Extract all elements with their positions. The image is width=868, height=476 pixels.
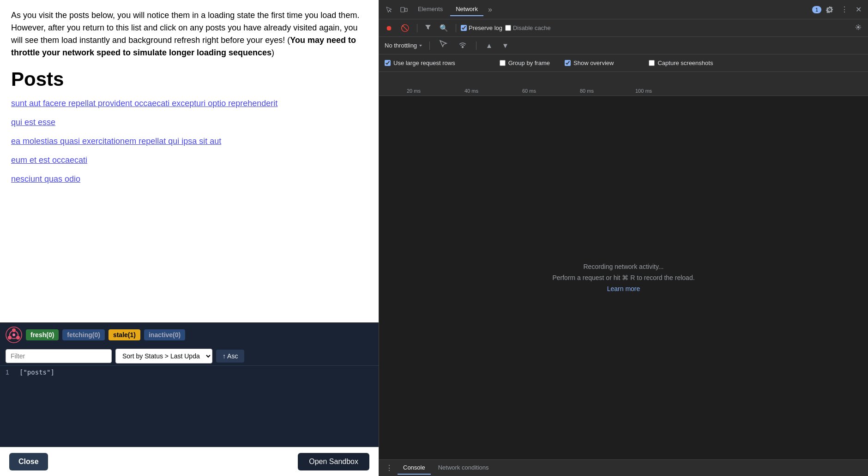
- separator-4: [476, 42, 476, 50]
- network-settings-icon[interactable]: [852, 22, 864, 34]
- use-large-rows-label[interactable]: Use large request rows: [385, 60, 455, 66]
- svg-point-8: [462, 47, 464, 48]
- tab-network-conditions[interactable]: Network conditions: [433, 461, 494, 475]
- redux-controls: Sort by Status > Last Upda ↑ Asc: [0, 347, 379, 365]
- timeline-100ms: 100 ms: [635, 88, 652, 94]
- asc-button[interactable]: ↑ Asc: [216, 350, 244, 363]
- more-options-icon[interactable]: ⋮: [838, 3, 851, 16]
- badge-stale[interactable]: stale(1): [108, 329, 140, 340]
- open-sandbox-button[interactable]: Open Sandbox: [298, 453, 369, 470]
- sort-select[interactable]: Sort by Status > Last Upda: [115, 349, 212, 363]
- notification-badge[interactable]: 1: [812, 6, 821, 13]
- posts-heading: Posts: [11, 68, 368, 90]
- timeline-20ms: 20 ms: [407, 88, 421, 94]
- close-devtools-icon[interactable]: ✕: [853, 3, 864, 16]
- upload-icon[interactable]: ▲: [483, 40, 495, 51]
- post-link-5[interactable]: nesciunt quas odio: [11, 174, 368, 184]
- content-area: As you visit the posts below, you will n…: [0, 0, 379, 322]
- filter-icon[interactable]: [422, 22, 434, 34]
- query-row: 1 ["posts"]: [0, 365, 379, 379]
- use-large-rows-checkbox[interactable]: [385, 60, 391, 66]
- tab-elements[interactable]: Elements: [412, 3, 448, 16]
- devtools-toolbar3: Use large request rows Group by frame Sh…: [379, 54, 868, 72]
- devtools-topbar: Elements Network » 1 ⋮ ✕: [379, 0, 868, 19]
- devtools-toolbar2: No throttling ▲ ▼: [379, 37, 868, 54]
- badge-fetching[interactable]: fetching(0): [62, 329, 105, 340]
- bold-warning: You may need to throttle your network sp…: [11, 36, 356, 57]
- post-link-4[interactable]: eum et est occaecati: [11, 155, 368, 165]
- redux-logo: [6, 327, 22, 343]
- network-content: Recording network activity... Perform a …: [379, 96, 868, 459]
- tab-network[interactable]: Network: [450, 3, 483, 16]
- devtools-panel: Elements Network » 1 ⋮ ✕ ⏺ 🚫 🔍 Preserve …: [379, 0, 868, 476]
- recording-text: Recording network activity...: [583, 263, 663, 270]
- query-number: 1: [6, 369, 15, 376]
- svg-point-7: [857, 26, 860, 29]
- timeline-40ms: 40 ms: [464, 88, 478, 94]
- show-overview-checkbox[interactable]: [565, 60, 571, 66]
- devtools-toolbar: ⏺ 🚫 🔍 Preserve log Disable cache: [379, 19, 868, 37]
- search-icon[interactable]: 🔍: [437, 22, 451, 34]
- capture-screenshots-label[interactable]: Capture screenshots: [649, 60, 713, 66]
- redux-devtools-panel: fresh(0) fetching(0) stale(1) inactive(0…: [0, 322, 379, 447]
- wifi-icon[interactable]: [456, 39, 470, 52]
- svg-point-1: [12, 328, 16, 332]
- preserve-log-checkbox[interactable]: [461, 25, 467, 31]
- left-panel: As you visit the posts below, you will n…: [0, 0, 379, 476]
- perform-request-text: Perform a request or hit ⌘ R to record t…: [552, 274, 694, 281]
- timeline-60ms: 60 ms: [522, 88, 536, 94]
- post-link-3[interactable]: ea molestias quasi exercitationem repell…: [11, 137, 368, 146]
- preserve-log-label[interactable]: Preserve log: [461, 24, 502, 31]
- group-by-frame-label[interactable]: Group by frame: [500, 60, 550, 66]
- separator-1: [417, 24, 417, 32]
- filter-input[interactable]: [6, 349, 112, 363]
- svg-rect-5: [401, 7, 404, 12]
- timeline-80ms: 80 ms: [580, 88, 594, 94]
- inspect-icon[interactable]: [383, 4, 396, 15]
- timeline-bar: 20 ms 40 ms 60 ms 80 ms 100 ms: [379, 72, 868, 96]
- no-throttling-button[interactable]: No throttling: [385, 42, 423, 49]
- capture-screenshots-checkbox[interactable]: [649, 60, 655, 66]
- svg-point-4: [12, 333, 15, 336]
- intro-paragraph: As you visit the posts below, you will n…: [11, 9, 368, 59]
- settings-icon[interactable]: [823, 4, 836, 15]
- post-link-2[interactable]: qui est esse: [11, 118, 368, 127]
- redux-header: fresh(0) fetching(0) stale(1) inactive(0…: [0, 323, 379, 347]
- close-button[interactable]: Close: [9, 453, 48, 470]
- svg-rect-6: [405, 8, 407, 12]
- learn-more-link[interactable]: Learn more: [607, 285, 640, 292]
- badge-fresh[interactable]: fresh(0): [26, 329, 59, 340]
- clear-button[interactable]: 🚫: [398, 22, 412, 34]
- tab-console[interactable]: Console: [398, 461, 431, 475]
- disable-cache-label[interactable]: Disable cache: [505, 24, 551, 31]
- action-bar: Close Open Sandbox: [0, 447, 379, 476]
- record-button[interactable]: ⏺: [383, 22, 395, 34]
- download-icon[interactable]: ▼: [499, 40, 512, 51]
- more-tabs-icon[interactable]: »: [485, 4, 495, 16]
- cursor-network-icon[interactable]: [436, 37, 452, 54]
- separator-3: [429, 42, 430, 50]
- post-link-1[interactable]: sunt aut facere repellat provident occae…: [11, 99, 368, 108]
- group-by-frame-checkbox[interactable]: [500, 60, 506, 66]
- device-icon[interactable]: [398, 4, 410, 15]
- badge-inactive[interactable]: inactive(0): [144, 329, 185, 340]
- show-overview-label[interactable]: Show overview: [565, 60, 614, 66]
- disable-cache-checkbox[interactable]: [505, 25, 511, 31]
- separator-2: [456, 24, 456, 32]
- query-content: ["posts"]: [19, 369, 54, 376]
- bottom-more-icon[interactable]: ⋮: [383, 463, 396, 473]
- devtools-bottom-tabs: ⋮ Console Network conditions: [379, 459, 868, 476]
